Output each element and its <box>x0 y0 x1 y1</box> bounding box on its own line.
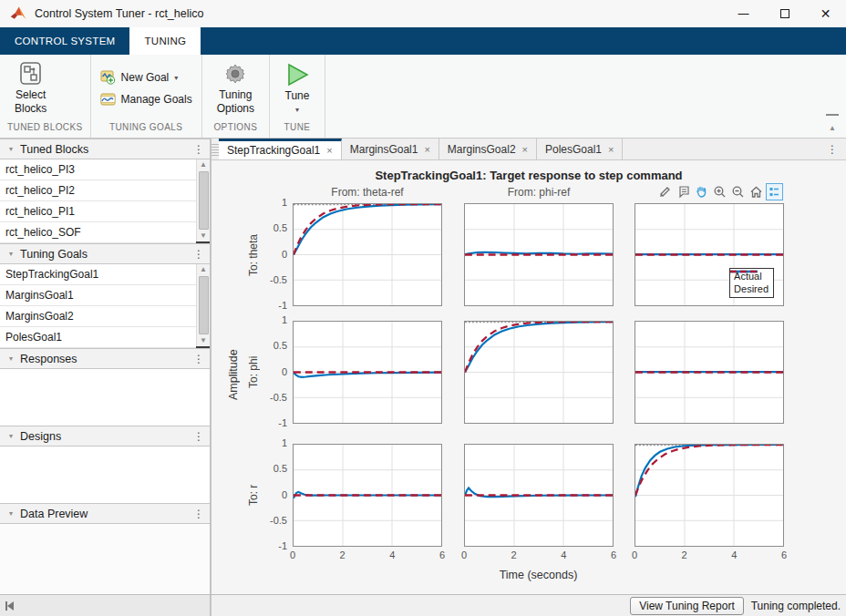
panel-header-designs[interactable]: ▾ Designs ⋮ <box>0 426 210 447</box>
close-button[interactable]: ✕ <box>805 0 846 27</box>
panel-body-responses <box>0 369 210 426</box>
select-blocks-icon <box>18 61 43 86</box>
tabbar-menu-icon[interactable]: ⋮ <box>819 143 846 156</box>
x-tick-label: 2 <box>503 549 525 560</box>
manage-goals-button[interactable]: Manage Goals <box>100 92 192 107</box>
x-tick-label: 6 <box>773 549 795 560</box>
list-item[interactable]: PolesGoal1 <box>0 327 196 348</box>
x-tick-label: 0 <box>453 549 475 560</box>
panel-header-tuned-blocks[interactable]: ▾ Tuned Blocks ⋮ <box>0 139 210 159</box>
tuning-options-label: Tuning Options <box>217 88 254 116</box>
tune-label: Tune <box>285 89 310 103</box>
collapse-ribbon-button[interactable]: ▲ <box>826 114 839 134</box>
panel-header-tuning-goals[interactable]: ▾ Tuning Goals ⋮ <box>0 243 210 264</box>
status-bar-left <box>0 595 212 616</box>
row-label: To: phi <box>246 321 260 424</box>
tab-drag-handle[interactable] <box>212 142 219 156</box>
manage-goals-icon <box>100 92 116 107</box>
subplot-r2c1[interactable] <box>464 444 614 547</box>
maximize-button[interactable] <box>764 0 805 27</box>
panel-title: Tuned Blocks <box>20 143 88 156</box>
group-tuning-goals: New Goal ▾ Manage Goals TUNING GOALS <box>91 55 202 138</box>
plot-legend[interactable]: ActualDesired <box>729 268 774 298</box>
x-tick-label: 6 <box>603 549 624 560</box>
list-item[interactable]: rct_helico_PI1 <box>0 201 196 222</box>
panel-menu-icon[interactable]: ⋮ <box>193 508 204 520</box>
sidebar: ▾ Tuned Blocks ⋮rct_helico_PI3rct_helico… <box>0 139 212 594</box>
subplot-r1c0[interactable] <box>293 321 442 424</box>
collapse-triangle-icon: ▾ <box>9 145 13 153</box>
subplot-r1c1[interactable] <box>464 321 614 424</box>
status-bar: View Tuning Report Tuning completed. <box>0 594 846 616</box>
tune-button[interactable]: Tune ▾ <box>279 61 315 117</box>
x-tick-label: 0 <box>282 549 304 560</box>
panel-menu-icon[interactable]: ⋮ <box>193 143 204 156</box>
panel-title: Designs <box>20 430 61 443</box>
panel-menu-icon[interactable]: ⋮ <box>193 248 204 261</box>
group-label-tuned-blocks: TUNED BLOCKS <box>0 122 90 138</box>
tuning-options-button[interactable]: Tuning Options <box>212 60 260 118</box>
edit-plot-icon[interactable] <box>656 183 674 200</box>
list-item[interactable]: MarginsGoal1 <box>0 285 196 306</box>
document-tabbar: StepTrackingGoal1×MarginsGoal1×MarginsGo… <box>212 139 846 160</box>
play-icon <box>284 63 310 87</box>
matlab-logo-icon <box>9 5 27 22</box>
panel-menu-icon[interactable]: ⋮ <box>193 353 204 365</box>
pan-icon[interactable] <box>693 183 710 200</box>
subplot-r0c0[interactable] <box>293 203 442 306</box>
zoom-in-icon[interactable] <box>711 183 728 200</box>
doc-tab-steptrackinggoal1[interactable]: StepTrackingGoal1× <box>219 139 342 159</box>
home-icon[interactable] <box>748 183 765 200</box>
ribbon-tabstrip: CONTROL SYSTEM TUNING ↶ ↷ ? <box>0 27 846 55</box>
close-tab-icon[interactable]: × <box>326 145 332 156</box>
subplot-r1c2[interactable] <box>634 321 784 424</box>
doc-tab-marginsgoal2[interactable]: MarginsGoal2× <box>439 139 537 159</box>
collapse-triangle-icon: ▾ <box>9 432 13 440</box>
select-blocks-button[interactable]: Select Blocks <box>9 59 52 118</box>
subplot-r0c1[interactable] <box>464 203 614 306</box>
legend-toggle-icon[interactable] <box>766 183 783 200</box>
new-goal-icon <box>100 70 116 85</box>
list-item[interactable]: rct_helico_PI2 <box>0 180 196 201</box>
x-tick-label: 4 <box>552 549 574 560</box>
tab-control-system[interactable]: CONTROL SYSTEM <box>0 27 129 55</box>
new-goal-button[interactable]: New Goal ▾ <box>100 70 192 85</box>
minimize-button[interactable]: — <box>723 0 764 27</box>
collapse-sidebar-icon[interactable] <box>5 601 14 611</box>
view-tuning-report-button[interactable]: View Tuning Report <box>630 597 744 615</box>
panel-header-responses[interactable]: ▾ Responses ⋮ <box>0 348 210 369</box>
list-item[interactable]: MarginsGoal2 <box>0 306 196 327</box>
manage-goals-label: Manage Goals <box>121 93 192 106</box>
tab-tuning[interactable]: TUNING <box>129 27 201 55</box>
document-area: StepTrackingGoal1×MarginsGoal1×MarginsGo… <box>212 139 846 594</box>
scrollbar[interactable]: ▲▼ <box>196 159 210 241</box>
datatips-icon[interactable] <box>675 183 692 200</box>
x-tick-label: 4 <box>381 549 403 560</box>
panel-title: Responses <box>20 353 77 365</box>
x-tick-label: 2 <box>332 549 354 560</box>
list-item[interactable]: rct_helico_PI3 <box>0 159 196 180</box>
subplot-r2c2[interactable] <box>634 444 784 547</box>
doc-tab-polesgoal1[interactable]: PolesGoal1× <box>537 139 623 159</box>
control-system-tuner-window: Control System Tuner - rct_helico — ✕ CO… <box>0 0 846 616</box>
panel-header-data-preview[interactable]: ▾ Data Preview ⋮ <box>0 503 210 524</box>
subplot-r0c2[interactable]: ActualDesired <box>634 203 784 306</box>
ribbon: Select Blocks TUNED BLOCKS New Goal <box>0 55 846 139</box>
list-item[interactable]: StepTrackingGoal1 <box>0 264 196 285</box>
list-item[interactable]: rct_helico_SOF <box>0 222 196 243</box>
subplot-r2c0[interactable] <box>293 444 442 547</box>
scrollbar[interactable]: ▲▼ <box>196 264 210 346</box>
doc-tab-marginsgoal1[interactable]: MarginsGoal1× <box>342 139 439 159</box>
close-tab-icon[interactable]: × <box>608 144 614 155</box>
new-goal-dropdown-icon: ▾ <box>174 74 178 82</box>
close-tab-icon[interactable]: × <box>522 144 528 155</box>
x-tick-label: 2 <box>674 549 696 560</box>
zoom-out-icon[interactable] <box>729 183 747 200</box>
panel-menu-icon[interactable]: ⋮ <box>193 430 204 443</box>
title-bar: Control System Tuner - rct_helico — ✕ <box>0 0 846 27</box>
gear-icon <box>223 62 247 86</box>
panel-title: Data Preview <box>20 508 88 520</box>
close-tab-icon[interactable]: × <box>424 144 429 155</box>
group-label-options: OPTIONS <box>202 122 269 138</box>
x-tick-label: 4 <box>723 549 745 560</box>
